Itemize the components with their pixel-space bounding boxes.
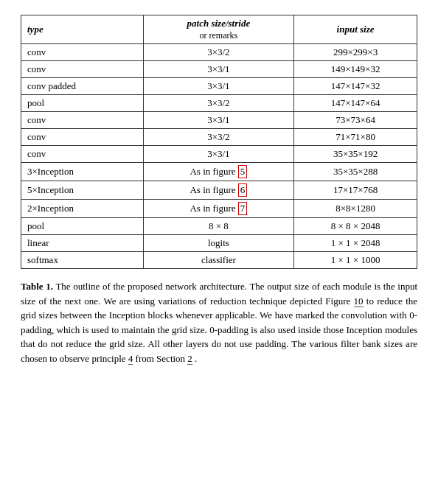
cell-patch: 3×3/1 — [143, 61, 294, 78]
cell-patch: 8 × 8 — [143, 218, 294, 235]
cell-type: conv — [21, 146, 144, 163]
cell-type: conv — [21, 129, 144, 146]
table-row: 3×InceptionAs in figure 535×35×288 — [21, 163, 417, 181]
caption-text4: . — [195, 353, 197, 364]
cell-input: 149×149×32 — [294, 61, 417, 78]
col-type-header: type — [21, 15, 144, 44]
cell-type: conv padded — [21, 78, 144, 95]
cell-patch: 3×3/2 — [143, 129, 294, 146]
table-row: 5×InceptionAs in figure 617×17×768 — [21, 181, 417, 200]
cell-patch: 3×3/1 — [143, 112, 294, 129]
cell-patch: 3×3/1 — [143, 146, 294, 163]
cell-type: softmax — [21, 252, 144, 269]
cell-type: conv — [21, 61, 144, 78]
table-row: pool8 × 88 × 8 × 2048 — [21, 218, 417, 235]
cell-patch: 3×3/1 — [143, 78, 294, 95]
caption-ref2[interactable]: 4 — [128, 353, 133, 365]
cell-type: pool — [21, 95, 144, 112]
table-container: type patch size/stride or remarks input … — [21, 15, 417, 269]
cell-patch: 3×3/2 — [143, 95, 294, 112]
cell-input: 147×147×64 — [294, 95, 417, 112]
cell-type: conv — [21, 112, 144, 129]
cell-input: 35×35×288 — [294, 163, 417, 181]
col-patch-header: patch size/stride or remarks — [143, 15, 294, 44]
cell-input: 299×299×3 — [294, 44, 417, 61]
figure-ref-highlight: 5 — [238, 165, 248, 178]
caption-text3: from Section — [136, 353, 188, 364]
cell-patch: As in figure 5 — [143, 163, 294, 181]
table-row: conv3×3/173×73×64 — [21, 112, 417, 129]
cell-type: 2×Inception — [21, 200, 144, 218]
table-row: conv3×3/135×35×192 — [21, 146, 417, 163]
cell-input: 147×147×32 — [294, 78, 417, 95]
col-patch-sub: or remarks — [200, 30, 238, 41]
caption-ref3[interactable]: 2 — [187, 353, 192, 365]
col-input-header: input size — [294, 15, 417, 44]
cell-input: 71×71×80 — [294, 129, 417, 146]
architecture-table: type patch size/stride or remarks input … — [21, 15, 417, 269]
cell-input: 17×17×768 — [294, 181, 417, 200]
cell-patch: As in figure 6 — [143, 181, 294, 200]
cell-patch: As in figure 7 — [143, 200, 294, 218]
cell-input: 8 × 8 × 2048 — [294, 218, 417, 235]
table-row: softmaxclassifier1 × 1 × 1000 — [21, 252, 417, 269]
caption-label: Table 1. — [21, 281, 53, 292]
table-caption: Table 1. The outline of the proposed net… — [21, 279, 417, 365]
cell-input: 1 × 1 × 1000 — [294, 252, 417, 269]
cell-patch: logits — [143, 235, 294, 252]
figure-ref-highlight: 7 — [238, 202, 248, 215]
table-row: conv3×3/1149×149×32 — [21, 61, 417, 78]
table-row: 2×InceptionAs in figure 78×8×1280 — [21, 200, 417, 218]
cell-input: 1 × 1 × 2048 — [294, 235, 417, 252]
cell-input: 8×8×1280 — [294, 200, 417, 218]
table-row: linearlogits1 × 1 × 2048 — [21, 235, 417, 252]
cell-type: pool — [21, 218, 144, 235]
cell-patch: classifier — [143, 252, 294, 269]
figure-ref-highlight: 6 — [238, 183, 248, 197]
table-row: conv3×3/2299×299×3 — [21, 44, 417, 61]
cell-input: 73×73×64 — [294, 112, 417, 129]
caption-ref1[interactable]: 10 — [354, 295, 364, 307]
cell-input: 35×35×192 — [294, 146, 417, 163]
table-row: conv3×3/271×71×80 — [21, 129, 417, 146]
cell-type: 5×Inception — [21, 181, 144, 200]
cell-patch: 3×3/2 — [143, 44, 294, 61]
cell-type: linear — [21, 235, 144, 252]
table-row: pool3×3/2147×147×64 — [21, 95, 417, 112]
cell-type: 3×Inception — [21, 163, 144, 181]
table-row: conv padded3×3/1147×147×32 — [21, 78, 417, 95]
cell-type: conv — [21, 44, 144, 61]
